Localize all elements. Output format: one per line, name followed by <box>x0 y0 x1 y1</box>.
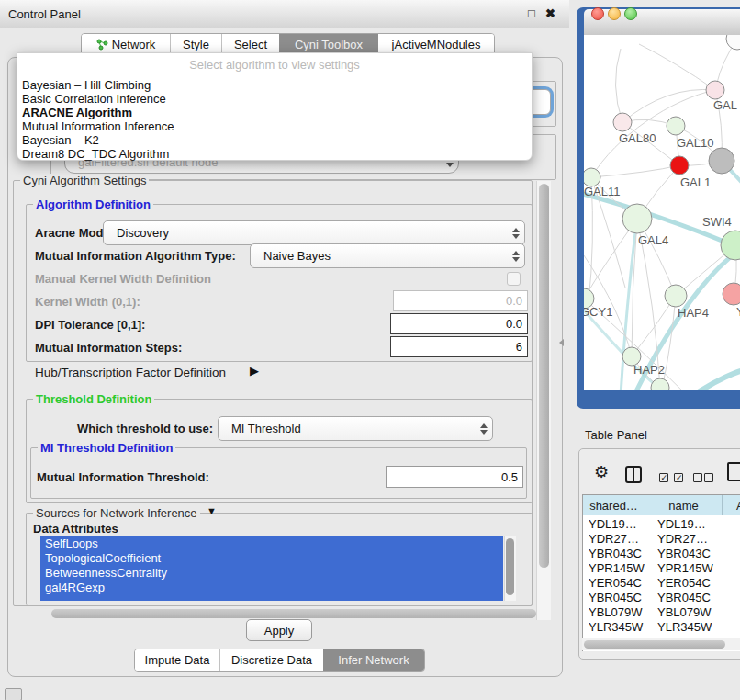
node-gray[interactable] <box>709 148 734 174</box>
kernel-width-field[interactable]: 0.0 <box>393 290 528 311</box>
node-label: GAL1 <box>680 175 711 189</box>
node-label: GAL4 <box>638 233 668 247</box>
column-header-shared[interactable]: shared… <box>583 495 645 515</box>
node-label: GCY1 <box>584 305 612 319</box>
minimized-panel-icon[interactable] <box>5 688 22 700</box>
node-gal2[interactable] <box>706 81 724 99</box>
close-traffic-light-icon[interactable] <box>591 7 604 20</box>
algorithm-definition-title: Algorithm Definition <box>33 198 153 211</box>
menu-item-basic-correlation[interactable]: Basic Correlation Inference <box>17 92 532 106</box>
node-label: HAP2 <box>633 363 665 377</box>
node-gal4[interactable] <box>622 204 652 233</box>
dropdown-hint: Select algorithm to view settings <box>17 53 532 78</box>
table-row[interactable]: YBR043CYBR043C <box>583 546 740 560</box>
column-header-name[interactable]: name <box>645 495 723 515</box>
mi-threshold-label: Mutual Information Threshold: <box>37 470 209 484</box>
menu-item-aracne[interactable]: ARACNE Algorithm <box>17 106 532 119</box>
table-row[interactable]: YLR345WYLR345W9. <box>583 620 740 635</box>
node-gal80[interactable] <box>613 113 632 131</box>
hub-definition-label: Hub/Transcription Factor Definition <box>35 366 226 379</box>
list-item-topologicalcoefficient[interactable]: TopologicalCoefficient <box>40 551 503 566</box>
node-label: HAP4 <box>678 306 709 320</box>
settings-vertical-scrollbar[interactable] <box>536 181 551 620</box>
which-threshold-combo[interactable]: MI Threshold <box>218 416 493 441</box>
combo-arrows-icon <box>508 251 524 262</box>
which-threshold-label: Which threshold to use: <box>77 422 213 435</box>
minimize-traffic-light-icon[interactable] <box>608 7 621 20</box>
menu-item-mutual-information[interactable]: Mutual Information Inference <box>17 119 532 133</box>
cyni-settings-title: Cyni Algorithm Settings <box>20 174 149 187</box>
menu-item-bayesian-hill-climbing[interactable]: Bayesian – Hill Climbing <box>17 78 532 92</box>
deselect-all-checks-icon[interactable] <box>693 469 713 486</box>
node-gal10[interactable] <box>667 117 685 135</box>
table-row[interactable]: YPR145WYPR145W9. <box>583 560 740 575</box>
node-hap4[interactable] <box>665 285 687 307</box>
table-horizontal-scrollbar[interactable] <box>582 638 740 650</box>
table-rows: YDL19…YDL19…13 YDR27…YDR27…12 YBR043CYBR… <box>583 516 740 649</box>
tab-impute-data[interactable]: Impute Data <box>135 649 219 671</box>
node-label: GAL11 <box>584 185 621 198</box>
mi-type-label: Mutual Information Algorithm Type: <box>35 249 236 263</box>
aracne-mode-combo[interactable]: Discovery <box>103 220 525 245</box>
attributes-list-scrollbar[interactable] <box>504 536 516 601</box>
sources-title: Sources for Network Inference <box>33 506 200 520</box>
network-graph: GAL GAL80 GAL10 GAL1 GAL11 GAL4 SWI4 GCY… <box>584 35 740 390</box>
dpi-tolerance-field[interactable]: 0.0 <box>390 313 528 334</box>
node-unlabeled[interactable] <box>726 35 740 50</box>
close-panel-icon[interactable]: ✖ <box>545 6 555 20</box>
node-y[interactable] <box>723 283 740 305</box>
list-item-gal4rgexp[interactable]: gal4RGexp <box>40 581 503 595</box>
node-label: GAL <box>713 98 737 112</box>
network-canvas[interactable]: GAL GAL80 GAL10 GAL1 GAL11 GAL4 SWI4 GCY… <box>584 35 740 390</box>
cyni-mode-tabs: Impute Data Discretize Data Infer Networ… <box>134 649 425 672</box>
data-attributes-label: Data Attributes <box>33 522 118 536</box>
data-attributes-list: SelfLoops TopologicalCoefficient Between… <box>40 536 503 601</box>
mi-threshold-field[interactable]: 0.5 <box>386 466 523 488</box>
column-header-3[interactable]: A <box>723 495 740 515</box>
settings-horizontal-scrollbar[interactable] <box>15 607 534 620</box>
pane-divider-arrow-icon[interactable] <box>559 339 564 346</box>
list-item-betweennesscentrality[interactable]: BetweennessCentrality <box>40 566 503 581</box>
tab-infer-network[interactable]: Infer Network <box>323 649 424 671</box>
apply-button[interactable]: Apply <box>246 619 312 641</box>
threshold-definition-title: Threshold Definition <box>33 392 154 406</box>
table-header-row: shared… name A <box>583 495 740 515</box>
table-row[interactable]: YER054CYER054C8. <box>583 575 740 590</box>
combo-arrows-icon <box>508 228 524 239</box>
hub-expand-arrow-icon[interactable]: ▶ <box>250 364 259 378</box>
sources-collapse-arrow-icon[interactable]: ▼ <box>207 505 217 516</box>
float-window-icon[interactable]: □ <box>528 6 535 20</box>
menu-item-dream8[interactable]: Dream8 DC_TDC Algorithm <box>17 147 532 161</box>
manual-kernel-label: Manual Kernel Width Definition <box>35 272 211 286</box>
node-label: SWI4 <box>702 215 732 229</box>
menu-item-bayesian-k2[interactable]: Bayesian – K2 <box>17 133 532 147</box>
mi-threshold-title: MI Threshold Definition <box>38 441 175 455</box>
application-window: Control Panel □ ✖ Network Style Select C… <box>0 0 740 700</box>
tab-network-label: Network <box>112 38 156 51</box>
gear-icon[interactable]: ⚙ <box>594 462 609 482</box>
dpi-tolerance-label: DPI Tolerance [0,1]: <box>35 318 145 332</box>
table-row[interactable]: YDR27…YDR27…12 <box>583 531 740 546</box>
list-item-selfloops[interactable]: SelfLoops <box>40 536 503 551</box>
document-icon[interactable] <box>727 462 740 481</box>
manual-kernel-checkbox[interactable] <box>507 272 521 286</box>
tab-discretize-data[interactable]: Discretize Data <box>219 649 323 671</box>
node-label: GAL80 <box>619 131 656 145</box>
split-columns-icon[interactable] <box>625 466 642 483</box>
node-gal1[interactable] <box>670 156 689 175</box>
combo-arrows-icon <box>476 423 492 435</box>
table-row[interactable]: YBR045CYBR045C9. <box>583 590 740 604</box>
table-row[interactable]: YBL079WYBL079W <box>583 605 740 620</box>
kernel-width-label: Kernel Width (0,1): <box>35 295 140 309</box>
panel-title: Control Panel <box>0 7 81 21</box>
table-panel-title: Table Panel <box>585 428 647 442</box>
table-row[interactable]: YDL19…YDL19…13 <box>583 516 740 531</box>
node-gal11[interactable] <box>584 168 600 186</box>
control-panel-titlebar: Control Panel <box>0 0 569 28</box>
zoom-traffic-light-icon[interactable] <box>624 7 637 20</box>
mi-type-combo[interactable]: Naive Bayes <box>250 243 525 268</box>
select-all-checks-icon[interactable]: ✓ ✓ <box>659 469 683 486</box>
mi-steps-field[interactable]: 6 <box>390 336 528 357</box>
network-tab-icon <box>96 39 108 51</box>
node-bottom[interactable] <box>651 378 669 390</box>
